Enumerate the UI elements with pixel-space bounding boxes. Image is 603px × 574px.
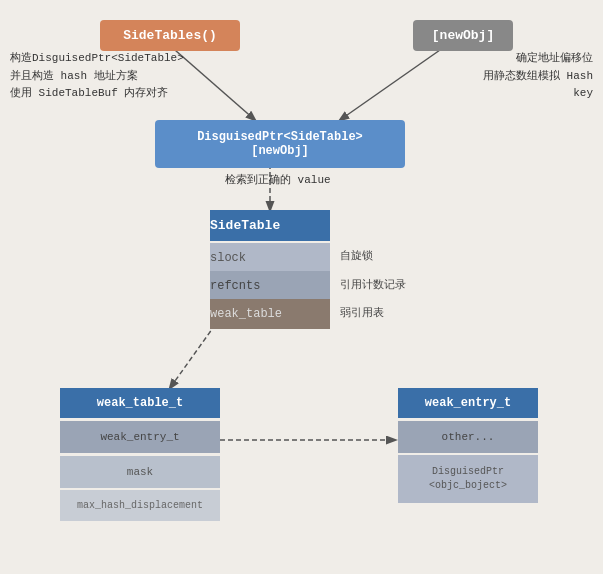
weakentry-header: weak_entry_t [398,388,538,418]
sidetable-label: SideTable [210,218,280,233]
weak-table-label: weak_table [210,307,282,321]
svg-line-0 [175,50,255,120]
slock-side-text: 自旋锁 [340,250,373,262]
sidetables-desc-text: 构造DisguisedPtr<SideTable> 并且构造 hash 地址方案… [10,52,184,99]
newobj-label: [newObj] [432,28,494,43]
refcnts-side-text: 引用计数记录 [340,279,406,291]
weaktable-mask-row: mask [60,456,220,488]
slock-row: slock [210,243,330,273]
newobj-desc-text: 确定地址偏移位 用静态数组模拟 Hash key [483,52,593,99]
sidetables-box: SideTables() [100,20,240,51]
newobj-box: [newObj] [413,20,513,51]
weaktable-t-label: weak_table_t [97,396,183,410]
refcnts-side-label: 引用计数记录 [340,277,406,295]
sidetable-header: SideTable [210,210,330,241]
slock-label: slock [210,251,246,265]
weakentry-disguised-row: DisguisedPtr<objc_boject> [398,455,538,503]
weaktable-side-label: 弱引用表 [340,305,384,323]
max-hash-label: max_hash_displacement [77,500,203,511]
mask-label: mask [127,466,153,478]
slock-side-label: 自旋锁 [340,248,373,266]
weaktable-maxhash-row: max_hash_displacement [60,490,220,521]
sidetables-desc-label: 构造DisguisedPtr<SideTable> 并且构造 hash 地址方案… [10,50,184,103]
other-label: other... [442,431,495,443]
weakentry-t-label: weak_entry_t [425,396,511,410]
weaktable-side-text: 弱引用表 [340,307,384,319]
disguisedptr-label: DisguisedPtr<SideTable>[newObj] [197,130,363,158]
weakentry-other-row: other... [398,421,538,453]
weak-table-row: weak_table [210,299,330,329]
diagram: SideTables() [newObj] DisguisedPtr<SideT… [0,0,603,574]
sidetables-label: SideTables() [123,28,217,43]
disguised-objc-label: DisguisedPtr<objc_boject> [429,466,507,491]
retrieve-label: 检索到正确的 value [225,172,331,190]
retrieve-text: 检索到正确的 value [225,174,331,186]
weak-entry-t-field-label: weak_entry_t [100,431,179,443]
disguisedptr-box: DisguisedPtr<SideTable>[newObj] [155,120,405,168]
weaktable-header: weak_table_t [60,388,220,418]
svg-line-1 [340,50,440,120]
refcnts-row: refcnts [210,271,330,301]
refcnts-label: refcnts [210,279,260,293]
newobj-desc-label: 确定地址偏移位 用静态数组模拟 Hash key [463,50,593,103]
weaktable-entry-row: weak_entry_t [60,421,220,453]
